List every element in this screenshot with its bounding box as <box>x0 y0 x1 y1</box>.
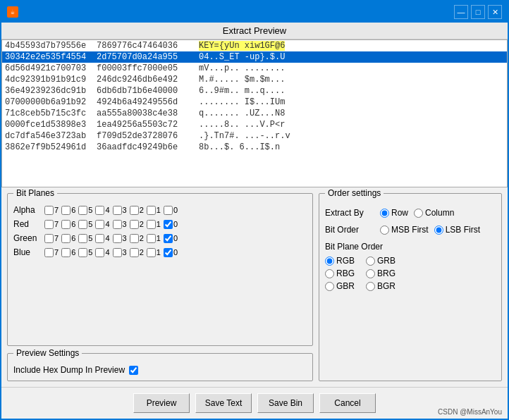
minimize-button[interactable]: — <box>454 5 468 19</box>
blue-bit-1[interactable]: 1 <box>147 248 161 257</box>
bgr-option[interactable]: BGR <box>366 281 395 291</box>
hex-bytes: 246dc9246db6e492 <box>97 75 199 85</box>
rgb-option[interactable]: RGB <box>325 256 355 266</box>
blue-bit-3[interactable]: 3 <box>113 248 127 257</box>
hex-preview-container: 4b45593d7b79556e 7869776c47464036 KEY={y… <box>1 39 508 187</box>
save-bin-button[interactable]: Save Bin <box>257 393 314 413</box>
title-bar: ☕ — □ ✕ <box>1 1 508 23</box>
hex-dump-checkbox[interactable] <box>129 366 138 375</box>
red-bit-4[interactable]: 4 <box>95 220 109 229</box>
hex-row[interactable]: 71c8ceb5b715c3fc aa555a80038c4e38 q.....… <box>2 108 507 119</box>
bpo-row-1: RGB GRB <box>325 256 496 266</box>
hex-bytes: 4924b6a49249556d <box>97 97 199 107</box>
red-bit-2[interactable]: 2 <box>130 220 144 229</box>
hex-ascii: KEY={yUn xiw1GF@6 <box>199 41 285 51</box>
hex-bytes: 36aadfdc49249b6e <box>97 142 199 152</box>
hex-dump-label[interactable]: Include Hex Dump In Preview <box>13 365 138 375</box>
green-bit-4[interactable]: 4 <box>95 234 109 243</box>
bit-plane-order-section: Bit Plane Order RGB GRB <box>325 242 496 291</box>
blue-bit-5[interactable]: 5 <box>78 248 92 257</box>
bit-planes-grid: Alpha 7 6 5 4 3 2 1 0 Red 7 6 <box>13 205 307 257</box>
hex-row[interactable]: 30342e2e535f4554 2d75707d0a24a955 04..S_… <box>2 51 507 63</box>
watermark: CSDN @MissAnYou <box>438 408 502 416</box>
green-bit-7[interactable]: 7 <box>44 234 59 243</box>
green-bit-3[interactable]: 3 <box>113 234 127 243</box>
alpha-bit-5[interactable]: 5 <box>78 206 92 215</box>
gbr-option[interactable]: GBR <box>325 281 355 291</box>
alpha-bit-0[interactable]: 0 <box>164 206 178 215</box>
blue-bit-0[interactable]: 0 <box>164 248 178 257</box>
bpo-row-2: RBG BRG <box>325 268 496 278</box>
blue-bit-7[interactable]: 7 <box>44 248 59 257</box>
red-bit-7[interactable]: 7 <box>44 220 59 229</box>
green-bit-6[interactable]: 6 <box>61 234 75 243</box>
hex-row[interactable]: dc7dfa546e3723ab f709d52de3728076 .}.Tn7… <box>2 130 507 142</box>
alpha-label: Alpha <box>13 205 42 215</box>
alpha-bit-7[interactable]: 7 <box>44 206 59 215</box>
hex-ascii: .....8.. ...V.P<r <box>199 120 285 130</box>
alpha-bit-4[interactable]: 4 <box>95 206 109 215</box>
lsb-first-option[interactable]: LSB First <box>434 225 480 235</box>
hex-addr: 07000000b6a91b92 <box>5 97 97 107</box>
hex-row[interactable]: 3862e7f9b524961d 36aadfdc49249b6e 8b...$… <box>2 142 507 153</box>
green-bit-5[interactable]: 5 <box>78 234 92 243</box>
hex-preview[interactable]: 4b45593d7b79556e 7869776c47464036 KEY={y… <box>1 39 508 187</box>
hex-row[interactable]: 4dc92391b91b91c9 246dc9246db6e492 M.#...… <box>2 74 507 85</box>
blue-bit-4[interactable]: 4 <box>95 248 109 257</box>
extract-by-column-option[interactable]: Column <box>414 208 454 218</box>
extract-by-options: Row Column <box>380 208 454 218</box>
hex-row[interactable]: 6d56d4921c700703 f00003ffc7000e05 mV...p… <box>2 63 507 74</box>
hex-row[interactable]: 36e49239236dc91b 6db6db71b6e40000 6..9#m… <box>2 85 507 97</box>
hex-row[interactable]: 07000000b6a91b92 4924b6a49249556d ......… <box>2 97 507 108</box>
hex-row[interactable]: 4b45593d7b79556e 7869776c47464036 KEY={y… <box>2 40 507 51</box>
hex-addr: 3862e7f9b524961d <box>5 142 97 152</box>
preview-settings-inner: Include Hex Dump In Preview <box>13 365 307 375</box>
hex-addr: 36e49239236dc91b <box>5 86 97 96</box>
preview-button[interactable]: Preview <box>133 393 190 413</box>
msb-first-option[interactable]: MSB First <box>380 225 429 235</box>
close-button[interactable]: ✕ <box>488 5 502 19</box>
hex-bytes: f709d52de3728076 <box>97 131 199 141</box>
green-label: Green <box>13 233 42 243</box>
blue-bit-6[interactable]: 6 <box>61 248 75 257</box>
green-bit-2[interactable]: 2 <box>130 234 144 243</box>
hex-bytes: aa555a80038c4e38 <box>97 109 199 118</box>
preview-settings-group: Preview Settings Include Hex Dump In Pre… <box>7 353 313 381</box>
red-bit-1[interactable]: 1 <box>147 220 161 229</box>
rbg-option[interactable]: RBG <box>325 268 355 278</box>
red-bit-6[interactable]: 6 <box>61 220 75 229</box>
bit-planes-group: Bit Planes Alpha 7 6 5 4 3 2 1 0 <box>7 193 313 346</box>
app-icon: ☕ <box>7 6 18 18</box>
hex-addr: 4b45593d7b79556e <box>5 41 97 51</box>
extract-by-row-option[interactable]: Row <box>380 208 408 218</box>
green-bit-1[interactable]: 1 <box>147 234 161 243</box>
alpha-bit-3[interactable]: 3 <box>113 206 127 215</box>
hex-addr: 6d56d4921c700703 <box>5 63 97 73</box>
hex-addr: dc7dfa546e3723ab <box>5 131 97 141</box>
red-bit-0[interactable]: 0 <box>164 220 178 229</box>
extract-by-row: Extract By Row Column <box>325 208 496 218</box>
save-text-button[interactable]: Save Text <box>195 393 252 413</box>
hex-row[interactable]: 0000fce1d53898e3 1ea49256a5503c72 .....8… <box>2 119 507 130</box>
alpha-bit-1[interactable]: 1 <box>147 206 161 215</box>
alpha-row: Alpha 7 6 5 4 3 2 1 0 <box>13 205 307 215</box>
brg-option[interactable]: BRG <box>366 268 395 278</box>
blue-bit-2[interactable]: 2 <box>130 248 144 257</box>
hex-bytes: 6db6db71b6e40000 <box>97 86 199 96</box>
green-bit-0[interactable]: 0 <box>164 234 178 243</box>
hex-ascii: 8b...$. 6...I$.n <box>199 142 280 152</box>
maximize-button[interactable]: □ <box>471 5 485 19</box>
hex-bytes: 7869776c47464036 <box>97 41 199 51</box>
alpha-bit-6[interactable]: 6 <box>61 206 75 215</box>
grb-option[interactable]: GRB <box>366 256 395 266</box>
alpha-bit-2[interactable]: 2 <box>130 206 144 215</box>
left-panel: Bit Planes Alpha 7 6 5 4 3 2 1 0 <box>7 193 313 381</box>
hex-bytes: 2d75707d0a24a955 <box>97 52 199 62</box>
hex-bytes: f00003ffc7000e05 <box>97 63 199 73</box>
hex-addr: 4dc92391b91b91c9 <box>5 75 97 85</box>
red-bit-3[interactable]: 3 <box>113 220 127 229</box>
cancel-button[interactable]: Cancel <box>319 393 376 413</box>
order-settings-group: Order settings Extract By Row C <box>319 193 502 381</box>
red-label: Red <box>13 219 42 229</box>
red-bit-5[interactable]: 5 <box>78 220 92 229</box>
